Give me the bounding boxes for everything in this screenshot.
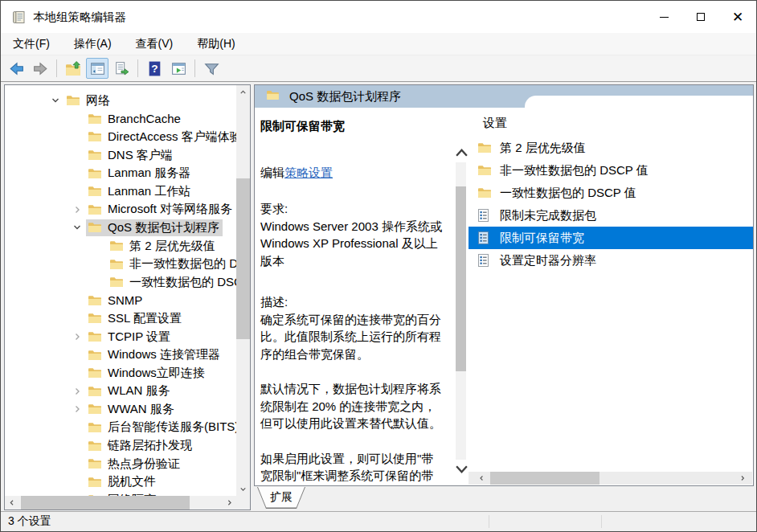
filter-button[interactable] [200,58,223,79]
back-button[interactable] [5,58,27,79]
policy-title: 限制可保留带宽 [260,117,444,135]
tree-expander[interactable] [68,403,86,415]
setting-item[interactable]: 非一致性数据包的 DSCP 值 [469,159,753,182]
tree-expander[interactable] [68,386,86,397]
tree-item[interactable]: 脱机文件 [6,473,236,491]
setting-item-label: 非一致性数据包的 DSCP 值 [500,163,649,178]
tree-item[interactable]: SNMP [6,292,236,310]
tree-item[interactable]: 非一致性数据包的 DSCP 值 [6,255,236,273]
scroll-left-icon[interactable] [475,472,488,485]
status-divider [489,515,489,528]
tree-item[interactable]: 后台智能传送服务(BITS) [6,419,236,437]
tree-item[interactable]: Windows 连接管理器 [6,346,236,364]
folder-icon [109,276,124,288]
tree-expander[interactable] [68,331,86,342]
folder-icon [88,403,102,415]
scroll-up-icon[interactable] [454,145,469,161]
tree-vertical-scrollbar[interactable] [236,85,250,496]
close-icon: ✕ [732,10,743,24]
tree-item[interactable]: Lanman 工作站 [6,182,236,201]
tree-item[interactable]: BranchCache [6,110,236,129]
details-body: 限制可保留带宽 编辑策略设置 要求: Windows Server 2003 操… [255,108,753,485]
folder-icon [109,259,124,270]
description-paragraph: 默认情况下，数据包计划程序将系统限制在 20% 的连接带宽之内，但可以使用此设置… [260,380,444,432]
tree-item-label: 第 2 层优先级值 [129,239,215,254]
toolbar: ? [1,55,756,82]
policy-setting-icon [477,254,493,267]
maximize-button[interactable] [682,1,719,33]
help-button[interactable]: ? [143,58,166,79]
scroll-up-icon[interactable] [236,85,250,99]
folder-icon [66,95,80,106]
show-console-tree-button[interactable] [86,58,108,79]
tree-expander [90,259,108,270]
show-properties-button[interactable] [167,58,190,79]
folder-icon [88,331,102,342]
tree-item[interactable]: WLAN 服务 [6,383,236,401]
chevron-down-icon [72,222,83,233]
tree-item[interactable]: DirectAccess 客户端体验 [6,128,236,146]
folder-icon [88,331,102,342]
minimize-button[interactable] [645,1,682,33]
tree-item-label: DirectAccess 客户端体验 [108,129,236,145]
tree-item[interactable]: DNS 客户端 [6,146,236,165]
scroll-right-icon[interactable] [223,496,236,509]
settings-horizontal-scrollbar[interactable] [469,472,752,485]
folder-icon [109,276,124,288]
export-list-button[interactable] [110,58,133,79]
folder-icon [88,313,102,324]
tree-expander[interactable] [68,204,86,215]
tree-horizontal-scrollbar[interactable] [5,496,236,509]
tree-item[interactable]: QoS 数据包计划程序 [6,219,236,237]
tree-item[interactable]: WWAN 服务 [6,400,236,419]
tree-item-label: SSL 配置设置 [108,311,182,326]
tree-item[interactable]: Microsoft 对等网络服务 [6,201,236,219]
up-one-level-button[interactable] [62,58,84,79]
tree-item[interactable]: TCPIP 设置 [6,328,236,346]
tree-item-label: DNS 客户端 [108,148,173,163]
scroll-down-icon[interactable] [454,461,469,477]
chevron-down-icon [50,95,61,106]
settings-list: 第 2 层优先级值 非一致性数据包的 DSCP 值 一致性数据包的 DSCP 值… [469,137,753,472]
tree-item[interactable]: Lanman 服务器 [6,164,236,182]
tree-expander[interactable] [68,222,86,233]
menu-file[interactable]: 文件(F) [1,33,62,55]
folder-icon [88,186,102,197]
menu-action[interactable]: 操作(A) [62,33,124,55]
tree-item-label: 非一致性数据包的 DSCP 值 [129,256,236,272]
setting-item[interactable]: 限制可保留带宽 [469,227,753,249]
tree-item-label: WLAN 服务 [108,383,170,399]
setting-item[interactable]: 一致性数据包的 DSCP 值 [469,182,753,204]
tree-vscroll-thumb[interactable] [236,178,250,339]
scrollbar-corner [236,496,250,509]
tab-extended[interactable]: 扩展 [257,487,305,509]
tree-expander[interactable] [47,95,64,106]
settings-hscroll-thumb[interactable] [490,472,599,485]
tree-item[interactable]: 第 2 层优先级值 [6,237,236,256]
scroll-left-icon[interactable] [5,496,18,509]
tree-item[interactable]: 链路层拓扑发现 [6,436,236,455]
tree-item[interactable]: Windows立即连接 [6,364,236,383]
details-header-title: QoS 数据包计划程序 [289,89,401,104]
tree-hscroll-thumb[interactable] [21,496,190,509]
description-scroll-thumb[interactable] [456,186,466,371]
tree-item-label: 后台智能传送服务(BITS) [108,419,236,435]
setting-item[interactable]: 设置定时器分辨率 [469,249,753,272]
description-scrollbar[interactable] [454,145,469,477]
close-button[interactable]: ✕ [719,1,756,33]
tree-item[interactable]: 网络 [6,92,236,110]
tree-item[interactable]: SSL 配置设置 [6,309,236,328]
tree-item[interactable]: 一致性数据包的 DSCP 值 [6,273,236,292]
folder-icon [88,458,102,469]
menu-view[interactable]: 查看(V) [124,33,186,55]
setting-item[interactable]: 限制未完成数据包 [469,204,753,227]
policy-settings-link[interactable]: 策略设置 [284,166,333,179]
setting-item[interactable]: 第 2 层优先级值 [469,137,753,159]
show-properties-icon [170,60,187,77]
tree-item[interactable]: 热点身份验证 [6,455,236,473]
scroll-right-icon[interactable] [736,472,749,485]
forward-button[interactable] [29,58,51,79]
scroll-down-icon[interactable] [236,482,250,496]
folder-icon [88,131,102,142]
menu-help[interactable]: 帮助(H) [185,33,247,55]
